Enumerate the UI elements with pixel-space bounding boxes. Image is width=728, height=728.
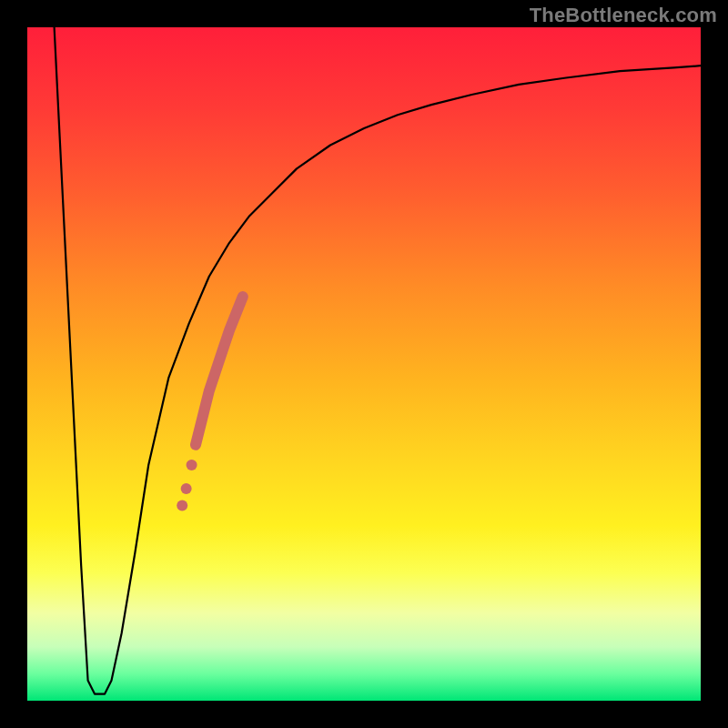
highlight-points — [177, 460, 197, 511]
highlight-dot — [187, 460, 197, 470]
plot-area — [27, 27, 701, 701]
curve-layer — [27, 27, 701, 701]
highlight-dot — [177, 500, 187, 511]
watermark-text: TheBottleneck.com — [530, 4, 717, 27]
bottleneck-curve — [55, 27, 701, 694]
highlight-segment — [196, 297, 243, 445]
highlight-dot — [181, 483, 192, 494]
chart-frame: TheBottleneck.com — [0, 0, 728, 728]
